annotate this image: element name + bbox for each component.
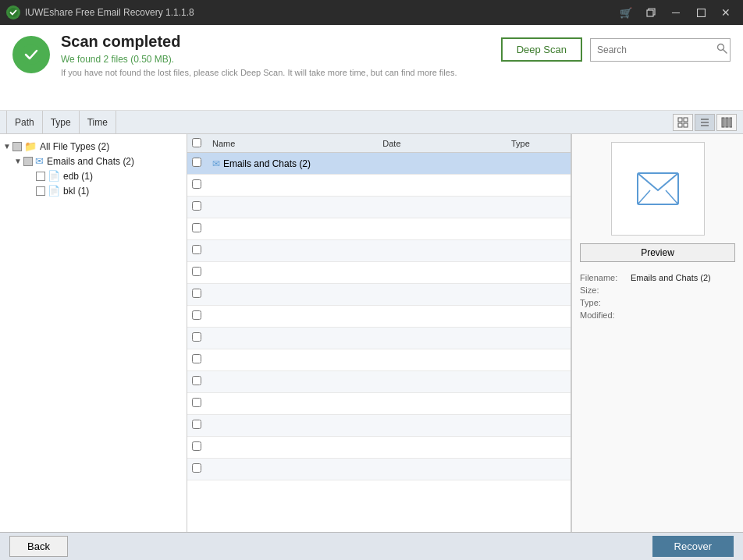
svg-rect-6 bbox=[678, 118, 682, 122]
file-row-check bbox=[187, 158, 209, 169]
store-button[interactable]: 🛒 bbox=[615, 4, 637, 21]
view-icons bbox=[673, 114, 737, 131]
file-list: Name Date Type ✉ Emails and Chats (2) bbox=[187, 134, 571, 532]
recover-button[interactable]: Recover bbox=[652, 536, 734, 557]
expander-emails-chats[interactable]: ▼ bbox=[12, 156, 23, 167]
file-row[interactable] bbox=[187, 393, 571, 415]
type-label: Type: bbox=[580, 298, 631, 307]
file-checkbox[interactable] bbox=[192, 267, 201, 276]
file-info: Filename: Emails and Chats (2) Size: Typ… bbox=[580, 273, 735, 323]
file-checkbox[interactable] bbox=[192, 310, 201, 320]
expander-all-file-types[interactable]: ▼ bbox=[2, 141, 12, 152]
svg-rect-8 bbox=[678, 123, 682, 127]
scan-title: Scan completed bbox=[61, 33, 501, 51]
file-row-name: ✉ Emails and Chats (2) bbox=[209, 158, 379, 169]
minimize-button[interactable]: ─ bbox=[665, 4, 687, 21]
tab-time[interactable]: Time bbox=[80, 111, 116, 134]
search-input[interactable] bbox=[590, 38, 731, 62]
file-checkbox[interactable] bbox=[192, 179, 201, 189]
svg-line-5 bbox=[723, 50, 727, 54]
tree-label-emails-chats: Emails and Chats (2) bbox=[47, 156, 134, 167]
file-row[interactable]: ✉ Emails and Chats (2) bbox=[187, 153, 571, 175]
file-row[interactable] bbox=[187, 306, 571, 328]
tree-label-edb: edb (1) bbox=[63, 171, 93, 182]
tab-type[interactable]: Type bbox=[43, 111, 80, 134]
tree-label-bkl: bkl (1) bbox=[63, 186, 89, 197]
file-checkbox[interactable] bbox=[192, 245, 201, 254]
file-checkbox[interactable] bbox=[192, 420, 201, 429]
file-checkbox[interactable] bbox=[192, 441, 201, 451]
svg-rect-1 bbox=[647, 10, 653, 16]
file-checkbox[interactable] bbox=[192, 201, 201, 211]
file-row[interactable] bbox=[187, 197, 571, 218]
scan-complete-icon bbox=[12, 36, 50, 73]
file-checkbox[interactable] bbox=[192, 158, 201, 167]
tree-node-emails-chats[interactable]: ▼ ✉ Emails and Chats (2) bbox=[0, 154, 187, 168]
left-panel: ▼ 📁 All File Types (2) ▼ ✉ Emails and Ch… bbox=[0, 134, 187, 532]
tree-node-edb[interactable]: 📄 edb (1) bbox=[0, 168, 187, 183]
file-row[interactable] bbox=[187, 328, 571, 349]
info-row-size: Size: bbox=[580, 285, 735, 295]
file-checkbox[interactable] bbox=[192, 463, 201, 473]
back-button[interactable]: Back bbox=[9, 536, 68, 557]
file-row[interactable] bbox=[187, 459, 571, 480]
file-row[interactable] bbox=[187, 415, 571, 437]
file-row[interactable] bbox=[187, 175, 571, 197]
search-icon-button[interactable] bbox=[716, 43, 727, 56]
file-checkbox[interactable] bbox=[192, 354, 201, 363]
tree-label-all-file-types: All File Types (2) bbox=[40, 141, 109, 152]
maximize-button[interactable] bbox=[690, 4, 712, 21]
file-row[interactable] bbox=[187, 284, 571, 306]
file-checkbox[interactable] bbox=[192, 376, 201, 385]
file-checkbox[interactable] bbox=[192, 398, 201, 407]
checkbox-edb[interactable] bbox=[36, 172, 45, 181]
tree-node-bkl[interactable]: 📄 bkl (1) bbox=[0, 183, 187, 198]
file-list-header: Name Date Type bbox=[187, 134, 571, 153]
svg-rect-15 bbox=[730, 118, 732, 127]
col-header-name: Name bbox=[209, 139, 379, 148]
preview-panel: Preview Filename: Emails and Chats (2) S… bbox=[571, 134, 743, 532]
right-panel: Name Date Type ✉ Emails and Chats (2) bbox=[187, 134, 743, 532]
checkbox-bkl[interactable] bbox=[36, 186, 45, 196]
select-all-checkbox[interactable] bbox=[192, 138, 201, 147]
modified-label: Modified: bbox=[580, 310, 631, 320]
file-checkbox[interactable] bbox=[192, 223, 201, 232]
preview-image bbox=[611, 142, 705, 236]
restore-button[interactable] bbox=[640, 4, 662, 21]
file-row[interactable] bbox=[187, 349, 571, 371]
top-section: Scan completed We found 2 files (0.50 MB… bbox=[0, 25, 743, 111]
detail-view-button[interactable] bbox=[716, 114, 737, 131]
svg-rect-2 bbox=[697, 9, 705, 16]
file-row[interactable] bbox=[187, 371, 571, 393]
email-icon-emails-chats: ✉ bbox=[35, 155, 44, 167]
file-row[interactable] bbox=[187, 240, 571, 262]
svg-rect-9 bbox=[684, 123, 688, 127]
app-icon bbox=[6, 5, 20, 19]
info-row-type: Type: bbox=[580, 298, 735, 307]
search-wrapper bbox=[590, 38, 731, 62]
preview-button[interactable]: Preview bbox=[580, 243, 735, 262]
checkbox-emails-chats[interactable] bbox=[23, 157, 33, 166]
col-header-check bbox=[187, 138, 209, 149]
col-header-date: Date bbox=[379, 139, 508, 148]
col-header-type: Type bbox=[508, 139, 571, 148]
close-button[interactable]: ✕ bbox=[715, 4, 737, 21]
svg-rect-13 bbox=[722, 118, 724, 127]
info-row-filename: Filename: Emails and Chats (2) bbox=[580, 273, 735, 282]
expander-edb bbox=[25, 171, 36, 182]
filename-value: Emails and Chats (2) bbox=[631, 273, 711, 282]
window-controls: 🛒 ─ ✕ bbox=[615, 4, 737, 21]
file-row[interactable] bbox=[187, 437, 571, 459]
grid-view-button[interactable] bbox=[673, 114, 693, 131]
checkbox-all-file-types[interactable] bbox=[12, 142, 22, 151]
list-view-button[interactable] bbox=[695, 114, 715, 131]
tab-path[interactable]: Path bbox=[6, 111, 43, 134]
file-checkbox[interactable] bbox=[192, 332, 201, 342]
deep-scan-button[interactable]: Deep Scan bbox=[501, 37, 582, 62]
scan-hint: If you have not found the lost files, pl… bbox=[61, 68, 501, 77]
file-checkbox[interactable] bbox=[192, 289, 201, 298]
file-row[interactable] bbox=[187, 218, 571, 240]
svg-point-3 bbox=[21, 44, 41, 65]
file-row[interactable] bbox=[187, 262, 571, 284]
tree-node-all-file-types[interactable]: ▼ 📁 All File Types (2) bbox=[0, 139, 187, 154]
